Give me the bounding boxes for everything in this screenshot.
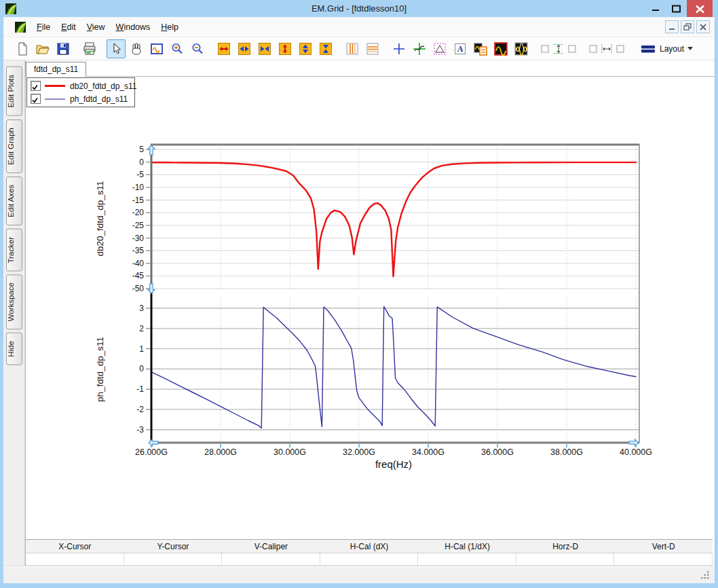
client-area: FileEditViewWindowsHelp ALayout Edit Plo…: [4, 18, 714, 583]
cursor-value-cell: [124, 553, 223, 566]
sidebar-dock: Edit PlotsEdit GraphEdit AxesTrackerWork…: [4, 60, 25, 566]
select-cursor-icon: [108, 41, 124, 57]
cursor-column-y-cursor: Y-Cursor: [124, 540, 223, 553]
mdi-restore-button[interactable]: [681, 20, 694, 33]
toolbar-button-single-trace-view[interactable]: [491, 39, 510, 58]
pan-arrow-up-icon[interactable]: [148, 145, 155, 155]
toolbar-button-split-vertical-sync[interactable]: [538, 39, 579, 58]
x-axis-label: freq(Hz): [375, 458, 412, 470]
toolbar-button-expand-vertical[interactable]: [276, 39, 295, 58]
zoom-window-icon: [149, 41, 165, 57]
sidebar-tab-hide[interactable]: Hide: [6, 333, 22, 365]
menu-item-windows[interactable]: Windows: [111, 21, 156, 33]
toolbar-button-text-label[interactable]: A: [451, 39, 470, 58]
toolbar-button-compress-vertical[interactable]: [316, 39, 335, 58]
toolbar-button-caliper[interactable]: [430, 39, 449, 58]
toolbar-button-save-file[interactable]: [54, 39, 73, 58]
y-tick-label: -20: [132, 208, 145, 217]
mdi-close-icon: [699, 23, 707, 31]
layout-label: Layout: [660, 44, 684, 54]
sidebar-tab-edit-plots[interactable]: Edit Plots: [6, 67, 22, 116]
cursor-column-x-cursor: X-Cursor: [26, 540, 124, 553]
toolbar-button-compress-horizontal[interactable]: [255, 39, 274, 58]
y-tick-label: -2: [136, 405, 144, 414]
toolbar-button-vertical-cursor-lines[interactable]: [343, 39, 362, 58]
y-tick-label: -15: [132, 196, 145, 205]
x-tick-label: 36.000G: [481, 447, 514, 457]
mdi-close-button[interactable]: [696, 20, 710, 33]
y-tick-label: -5: [136, 170, 144, 179]
mdi-minimize-button[interactable]: [665, 20, 679, 33]
toolbar-button-print[interactable]: [80, 39, 99, 58]
toolbar-button-split-horizontal-sync[interactable]: [586, 39, 627, 58]
menu-item-view[interactable]: View: [81, 21, 111, 33]
toolbar-button-stretch-horizontal[interactable]: [235, 39, 254, 58]
toolbar-button-layout-menu[interactable]: Layout: [635, 38, 698, 60]
toolbar-button-new-file[interactable]: [13, 39, 32, 58]
y-tick-label: -1: [136, 384, 144, 394]
toolbar-button-select-cursor[interactable]: [107, 39, 126, 58]
stretch-horizontal-icon: [236, 41, 252, 57]
y-tick-label: 5: [139, 145, 144, 154]
sidebar-tab-edit-axes[interactable]: Edit Axes: [6, 177, 22, 225]
horizontal-cursor-lines-icon: [364, 41, 381, 57]
minimize-button[interactable]: [645, 0, 666, 18]
toolbar-button-zoom-in[interactable]: [168, 39, 187, 58]
cursor-value-cell: [418, 553, 516, 566]
toolbar-button-zoom-out[interactable]: [188, 39, 207, 58]
toolbar-button-tracker-cursor[interactable]: [410, 39, 429, 58]
stretch-vertical-icon: [297, 41, 314, 57]
y-axis-label-db20: db20_fdtd_dp_s11: [95, 181, 105, 257]
toolbar-separator: [73, 40, 79, 58]
toolbar-separator: [100, 40, 106, 58]
cursor-column-horz-d: Horz-D: [516, 540, 615, 553]
cursor-column-h-cal-1-dx-: H-Cal (1/dX): [418, 540, 516, 553]
mdi-minimize-icon: [668, 23, 676, 31]
y-tick-label: -40: [132, 259, 145, 268]
legend-label: db20_fdtd_dp_s11: [70, 81, 137, 91]
toolbar-button-cross-cursor[interactable]: [390, 39, 409, 58]
y-tick-label: -25: [132, 221, 145, 230]
menu-item-edit[interactable]: Edit: [56, 21, 81, 33]
cursor-value-cell: [320, 553, 419, 566]
maximize-button[interactable]: [666, 0, 687, 18]
pan-arrow-left-icon[interactable]: [149, 439, 158, 446]
toolbar-button-zoom-window[interactable]: [147, 39, 166, 58]
menu-bar: FileEditViewWindowsHelp: [4, 18, 714, 37]
status-strip: [4, 566, 714, 583]
toolbar-button-open-file[interactable]: [33, 39, 52, 58]
toolbar-button-expand-horizontal[interactable]: [214, 39, 233, 58]
text-label-icon: A: [452, 41, 468, 57]
print-icon: [81, 41, 98, 57]
menu-item-help[interactable]: Help: [155, 21, 184, 33]
chevron-down-icon: [687, 47, 693, 50]
close-icon: [695, 5, 705, 14]
curve-db20_fdtd_dp_s11: [151, 162, 636, 276]
toolbar-button-stretch-vertical[interactable]: [296, 39, 315, 58]
split-horizontal-sync-icon: [588, 41, 626, 57]
save-file-icon: [55, 41, 71, 57]
minimize-icon: [651, 5, 660, 13]
legend-checkbox-ph_fdtd_dp_s11[interactable]: [31, 94, 41, 104]
toolbar-button-plot-properties[interactable]: [471, 39, 490, 58]
close-button[interactable]: [687, 0, 713, 18]
cursor-value-cell: [222, 553, 320, 566]
toolbar-button-pan-hand[interactable]: [127, 39, 146, 58]
pan-arrow-right-icon[interactable]: [629, 439, 639, 446]
legend-checkbox-db20_fdtd_dp_s11[interactable]: [31, 81, 41, 91]
sidebar-tab-edit-graph[interactable]: Edit Graph: [6, 120, 22, 173]
y-tick-label: -3: [136, 425, 144, 435]
chart-canvas[interactable]: 50-5-10-15-20-25-30-35-40-45-503210-1-2-…: [26, 60, 715, 539]
y-tick-label: -10: [132, 183, 145, 192]
y-tick-label: 0: [139, 158, 144, 167]
sidebar-tab-workspace[interactable]: Workspace: [6, 274, 22, 329]
toolbar-separator: [208, 40, 214, 58]
sidebar-tab-tracker[interactable]: Tracker: [6, 229, 22, 272]
menu-item-file[interactable]: File: [31, 21, 56, 33]
layout-icon: [640, 41, 656, 57]
resize-grip[interactable]: [701, 571, 710, 580]
cursor-table-values: [26, 553, 713, 566]
toolbar-button-horizontal-cursor-lines[interactable]: [363, 39, 382, 58]
toolbar-button-multi-trace-view[interactable]: [512, 39, 531, 58]
document-tab[interactable]: fdtd_dp_s11: [26, 62, 86, 77]
